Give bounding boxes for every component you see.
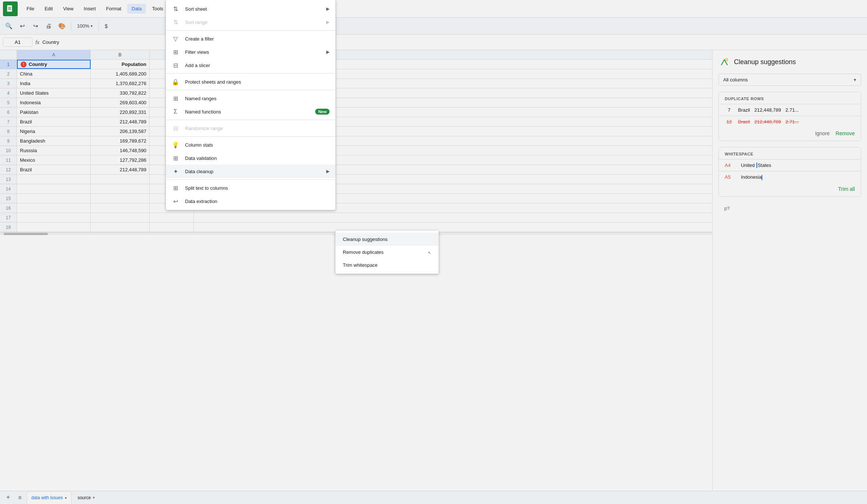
menu-item-label: Filter views — [185, 49, 209, 55]
cleanup-submenu: Cleanup suggestions Remove duplicates Tr… — [335, 231, 439, 274]
menu-divider-6 — [166, 179, 335, 180]
menu-item-label: Data extraction — [185, 199, 217, 204]
arrow-icon: ▶ — [326, 49, 330, 55]
menu-divider-3 — [166, 90, 335, 90]
sort-range-icon: ⇅ — [172, 18, 179, 26]
menu-divider-5 — [166, 136, 335, 137]
menu-item-label: Add a slicer — [185, 63, 210, 68]
menu-item-label: Create a filter — [185, 36, 214, 42]
menu-item-sort-sheet[interactable]: ⇅ Sort sheet ▶ — [166, 2, 335, 15]
submenu-item-trim-whitespace[interactable]: Trim whitespace — [335, 259, 439, 272]
menu-item-data-cleanup[interactable]: ✦ Data cleanup ▶ — [166, 165, 335, 178]
menu-item-named-ranges[interactable]: ⊞ Named ranges — [166, 92, 335, 105]
menu-item-label: Data validation — [185, 155, 217, 161]
cursor-indicator: ↖ — [428, 251, 431, 255]
new-badge: New — [315, 109, 330, 115]
split-icon: ⊞ — [172, 184, 179, 192]
menu-item-label: Data cleanup — [185, 169, 213, 174]
submenu-label: Trim whitespace — [343, 262, 377, 268]
data-menu: ⇅ Sort sheet ▶ ⇅ Sort range ▶ ▽ Create a… — [166, 0, 335, 210]
arrow-icon: ▶ — [326, 6, 330, 11]
named-ranges-icon: ⊞ — [172, 95, 179, 102]
menu-item-label: Split text to columns — [185, 185, 228, 191]
cleanup-menu-icon: ✦ — [172, 168, 179, 175]
slicer-icon: ⊟ — [172, 62, 179, 69]
arrow-icon: ▶ — [326, 169, 330, 174]
named-functions-icon: Σ — [172, 108, 179, 115]
menu-item-add-slicer[interactable]: ⊟ Add a slicer — [166, 59, 335, 72]
sort-sheet-icon: ⇅ — [172, 5, 179, 13]
lock-icon: 🔒 — [172, 78, 179, 85]
menu-item-filter-views[interactable]: ⊞ Filter views ▶ — [166, 45, 335, 59]
menu-divider-1 — [166, 30, 335, 31]
menu-item-column-stats[interactable]: 💡 Column stats — [166, 138, 335, 151]
arrow-icon: ▶ — [326, 20, 330, 25]
menu-divider-4 — [166, 120, 335, 120]
menu-item-label: Sort range — [185, 20, 208, 25]
filter-views-icon: ⊞ — [172, 48, 179, 56]
randomize-icon: ⊟ — [172, 125, 179, 132]
menu-item-create-filter[interactable]: ▽ Create a filter — [166, 32, 335, 45]
submenu-label: Cleanup suggestions — [343, 237, 387, 242]
submenu-item-remove-duplicates[interactable]: Remove duplicates — [335, 246, 439, 259]
menu-item-sort-range: ⇅ Sort range ▶ — [166, 15, 335, 29]
menu-item-label: Column stats — [185, 142, 213, 148]
menu-item-data-validation[interactable]: ⊞ Data validation — [166, 151, 335, 165]
menu-item-split-text[interactable]: ⊞ Split text to columns — [166, 181, 335, 195]
menu-item-label: Named ranges — [185, 96, 216, 101]
menu-item-protect[interactable]: 🔒 Protect sheets and ranges — [166, 75, 335, 88]
menu-divider-2 — [166, 73, 335, 74]
menu-item-data-extraction[interactable]: ↩ Data extraction — [166, 195, 335, 208]
menu-item-randomize: ⊟ Randomize range — [166, 122, 335, 135]
menu-item-label: Named functions — [185, 109, 221, 115]
extraction-icon: ↩ — [172, 197, 179, 205]
stats-icon: 💡 — [172, 141, 179, 148]
menu-item-label: Sort sheet — [185, 6, 207, 12]
submenu-item-cleanup-suggestions[interactable]: Cleanup suggestions — [335, 233, 439, 246]
submenu-label: Remove duplicates — [343, 249, 384, 255]
menu-item-named-functions[interactable]: Σ Named functions New — [166, 105, 335, 118]
validation-icon: ⊞ — [172, 154, 179, 162]
menu-item-label: Protect sheets and ranges — [185, 79, 241, 85]
filter-icon: ▽ — [172, 35, 179, 42]
menu-item-label: Randomize range — [185, 126, 223, 131]
